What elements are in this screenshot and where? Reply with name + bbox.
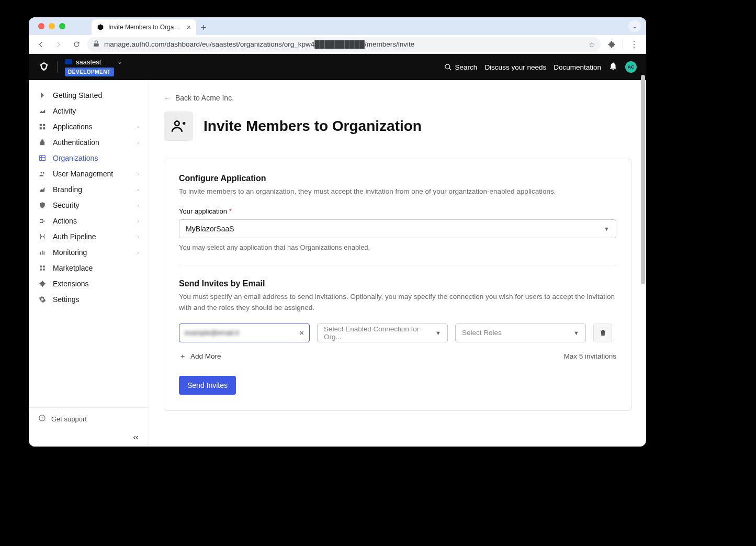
sidebar-item-label: Organizations (53, 154, 98, 162)
sidebar: Getting StartedActivityApplications›Auth… (29, 80, 149, 447)
svg-rect-14 (43, 265, 45, 268)
sidebar-item-label: User Management (53, 170, 113, 178)
tenant-name: saastest (76, 58, 101, 66)
chevron-right-icon: › (137, 124, 139, 130)
get-support-link[interactable]: ? Get support (29, 407, 149, 430)
chevron-down-icon: ▼ (604, 226, 610, 232)
window-close-button[interactable] (38, 23, 44, 29)
sidebar-item-monitoring[interactable]: Monitoring› (29, 244, 149, 260)
eu-flag-icon (65, 59, 72, 64)
discuss-link[interactable]: Discuss your needs (484, 63, 546, 71)
sidebar-item-activity[interactable]: Activity (29, 103, 149, 119)
sidebar-item-authentication[interactable]: Authentication› (29, 135, 149, 150)
sidebar-item-label: Authentication (53, 138, 99, 147)
sidebar-item-label: Settings (53, 295, 80, 304)
sidebar-item-applications[interactable]: Applications› (29, 119, 149, 135)
collapse-sidebar-button[interactable] (29, 430, 149, 447)
application-select[interactable]: MyBlazorSaaS ▼ (179, 219, 616, 238)
forward-button[interactable] (52, 38, 65, 51)
svg-point-19 (175, 121, 179, 126)
tab-close-icon[interactable]: × (187, 23, 191, 31)
svg-rect-10 (40, 252, 41, 255)
sidebar-item-marketplace[interactable]: Marketplace (29, 260, 149, 276)
help-icon: ? (38, 414, 46, 424)
back-button[interactable] (34, 38, 48, 51)
search-button[interactable]: Search (444, 63, 478, 71)
user-avatar[interactable]: AC (625, 61, 637, 73)
reload-button[interactable] (70, 38, 83, 51)
plus-icon: ＋ (179, 352, 186, 361)
application-field-label: Your application * (179, 207, 616, 215)
window-zoom-button[interactable] (59, 23, 65, 29)
tenant-switcher[interactable]: saastest ⌄ DEVELOPMENT (65, 58, 122, 76)
email-input[interactable]: example@email.it × (179, 324, 310, 342)
email-section-title: Send Invites by Email (179, 279, 616, 288)
url-text: manage.auth0.com/dashboard/eu/saastest/o… (104, 40, 414, 48)
extensions-icon[interactable] (605, 38, 618, 51)
marketplace-icon (38, 264, 47, 272)
config-section-desc: To invite members to an organization, th… (179, 186, 616, 197)
chevron-down-icon: ⌄ (117, 58, 122, 65)
delete-row-button[interactable] (593, 324, 612, 342)
user-management-icon (38, 170, 47, 178)
arrow-left-icon: ← (164, 94, 171, 102)
sidebar-item-label: Extensions (53, 280, 88, 288)
sidebar-item-actions[interactable]: Actions› (29, 213, 149, 229)
svg-rect-7 (40, 155, 46, 160)
browser-tab[interactable]: Invite Members to Organizati × (92, 19, 196, 35)
site-settings-icon[interactable] (93, 40, 100, 49)
svg-point-2 (94, 45, 94, 46)
roles-placeholder: Select Roles (462, 329, 502, 337)
sidebar-item-settings[interactable]: Settings (29, 292, 149, 307)
actions-icon (38, 217, 47, 225)
search-label: Search (455, 63, 478, 71)
address-bar[interactable]: manage.auth0.com/dashboard/eu/saastest/o… (87, 37, 601, 52)
scrollbar[interactable] (641, 75, 645, 442)
svg-point-0 (94, 41, 94, 42)
sidebar-item-label: Monitoring (53, 248, 87, 257)
sidebar-item-label: Marketplace (53, 264, 93, 272)
email-section-desc: You must specify an email address to sen… (179, 292, 616, 313)
extensions-icon (38, 280, 47, 288)
sidebar-item-label: Activity (53, 107, 76, 115)
divider (57, 61, 58, 73)
svg-rect-11 (42, 251, 43, 255)
auth-pipeline-icon (38, 232, 47, 241)
monitoring-icon (38, 248, 47, 257)
chevron-down-icon: ▼ (435, 330, 441, 336)
add-more-button[interactable]: ＋ Add More (179, 352, 221, 361)
invite-card: Configure Application To invite members … (164, 159, 631, 411)
send-invites-button[interactable]: Send Invites (179, 376, 236, 395)
roles-select[interactable]: Select Roles ▼ (455, 324, 586, 342)
invite-row: example@email.it × Select Enabled Connec… (179, 324, 616, 342)
tab-title: Invite Members to Organizati (108, 24, 183, 31)
sidebar-item-user-management[interactable]: User Management› (29, 166, 149, 182)
bookmark-icon[interactable]: ☆ (589, 40, 595, 49)
connection-select[interactable]: Select Enabled Connection for Org... ▼ (317, 324, 448, 342)
page-header: Invite Members to Organization (164, 112, 631, 141)
tab-overflow-button[interactable]: ⌄ (628, 20, 641, 32)
tab-favicon (97, 24, 104, 31)
window-minimize-button[interactable] (49, 23, 55, 29)
sidebar-item-label: Getting Started (53, 91, 102, 99)
browser-toolbar: manage.auth0.com/dashboard/eu/saastest/o… (29, 35, 646, 54)
documentation-link[interactable]: Documentation (554, 63, 601, 71)
browser-menu-icon[interactable]: ⋮ (627, 38, 641, 51)
application-select-value: MyBlazorSaaS (186, 225, 234, 233)
notifications-icon[interactable] (608, 61, 618, 73)
sidebar-item-getting-started[interactable]: Getting Started (29, 87, 149, 103)
clear-email-icon[interactable]: × (299, 328, 304, 337)
new-tab-button[interactable]: + (196, 20, 211, 35)
sidebar-item-extensions[interactable]: Extensions (29, 276, 149, 292)
app-header: saastest ⌄ DEVELOPMENT Search Discuss yo… (29, 54, 646, 80)
sidebar-item-branding[interactable]: Branding› (29, 182, 149, 197)
email-value: example@email.it (185, 329, 295, 337)
sidebar-item-auth-pipeline[interactable]: Auth Pipeline› (29, 229, 149, 244)
back-link[interactable]: ← Back to Acme Inc. (164, 94, 631, 102)
scrollbar-thumb[interactable] (641, 75, 645, 284)
auth0-logo[interactable] (38, 61, 50, 73)
svg-rect-13 (40, 265, 42, 268)
sidebar-item-organizations[interactable]: Organizations (29, 150, 149, 166)
sidebar-item-security[interactable]: Security› (29, 197, 149, 213)
getting-started-icon (38, 91, 47, 99)
